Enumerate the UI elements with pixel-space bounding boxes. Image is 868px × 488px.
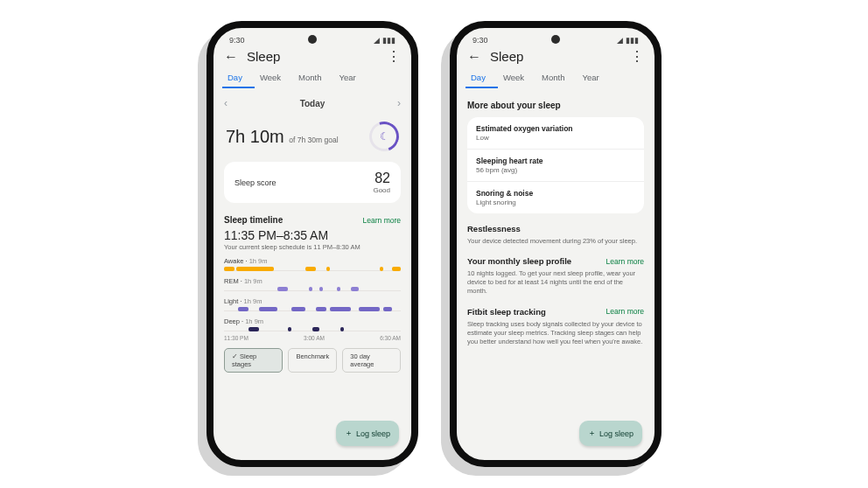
restlessness-title: Restlessness — [467, 224, 521, 234]
log-sleep-button[interactable]: ＋Log sleep — [579, 421, 642, 446]
stage-rem: REM · 1h 9m — [224, 277, 401, 291]
monthly-profile-title: Your monthly sleep profile — [467, 256, 571, 266]
chip-30-day[interactable]: 30 day average — [342, 348, 401, 373]
status-icons: ◢ ▮▮▮ — [617, 36, 639, 45]
learn-more-link[interactable]: Learn more — [606, 257, 644, 266]
log-sleep-button[interactable]: ＋Log sleep — [336, 421, 399, 446]
tab-month[interactable]: Month — [536, 67, 577, 88]
score-tag: Good — [373, 186, 390, 194]
timeline-title: Sleep timeline — [224, 215, 283, 225]
learn-more-link[interactable]: Learn more — [363, 216, 401, 225]
tab-week[interactable]: Week — [498, 67, 536, 88]
status-bar: 9:30 ◢ ▮▮▮ — [214, 28, 411, 47]
tab-week[interactable]: Week — [255, 67, 293, 88]
timeline-xaxis: 11:30 PM 3:00 AM 6:30 AM — [224, 335, 401, 341]
plus-icon: ＋ — [588, 428, 596, 439]
duration-goal: of 7h 30m goal — [289, 136, 338, 144]
tab-day[interactable]: Day — [222, 67, 255, 88]
phone-sleep-day: 9:30 ◢ ▮▮▮ ← Sleep ⋮ Day Week Month Year… — [206, 21, 418, 467]
sleep-duration: 7h 10m of 7h 30m goal — [226, 127, 339, 147]
sleep-time-range: 11:35 PM–8:35 AM — [224, 228, 401, 242]
back-icon[interactable]: ← — [224, 50, 238, 64]
phone-sleep-more: 9:30 ◢ ▮▮▮ ← Sleep ⋮ Day Week Month Year… — [450, 21, 662, 467]
tracking-title: Fitbit sleep tracking — [467, 307, 546, 317]
stage-deep: Deep · 1h 9m — [224, 317, 401, 331]
stage-awake: Awake · 1h 9m — [224, 257, 401, 271]
tracking-body: Sleep tracking uses body signals collect… — [467, 320, 644, 346]
more-icon[interactable]: ⋮ — [630, 50, 644, 64]
metric-oxygen[interactable]: Estimated oxygen variation Low — [467, 117, 644, 150]
score-value: 82 — [373, 171, 390, 186]
camera-cutout — [308, 35, 317, 44]
monthly-profile-body: 10 nights logged. To get your next sleep… — [467, 269, 644, 296]
tab-year[interactable]: Year — [577, 67, 611, 88]
duration-value: 7h 10m — [226, 127, 284, 146]
schedule-note: Your current sleep schedule is 11 PM–8:3… — [224, 243, 401, 251]
metric-snoring[interactable]: Snoring & noise Light snoring — [467, 182, 644, 213]
sleep-metrics-panel: Estimated oxygen variation Low Sleeping … — [467, 117, 644, 213]
chip-sleep-stages[interactable]: ✓ Sleep stages — [224, 348, 283, 373]
restlessness-body: Your device detected movement during 23%… — [467, 237, 644, 246]
page-title: Sleep — [490, 49, 621, 64]
date-range-picker: ‹ Today › — [224, 97, 401, 109]
stage-light: Light · 1h 9m — [224, 297, 401, 311]
app-bar: ← Sleep ⋮ — [214, 47, 411, 67]
status-bar: 9:30 ◢ ▮▮▮ — [457, 28, 654, 47]
sleep-gauge: ☾ — [364, 116, 403, 156]
range-label: Today — [300, 99, 326, 108]
score-label: Sleep score — [234, 178, 276, 187]
more-about-title: More about your sleep — [467, 101, 644, 110]
camera-cutout — [551, 35, 560, 44]
range-tabs: Day Week Month Year — [214, 67, 411, 88]
status-time: 9:30 — [229, 36, 245, 45]
more-icon[interactable]: ⋮ — [387, 50, 401, 64]
status-time: 9:30 — [472, 36, 488, 45]
back-icon[interactable]: ← — [467, 50, 481, 64]
moon-icon: ☾ — [372, 124, 396, 149]
tab-day[interactable]: Day — [466, 67, 498, 88]
tab-year[interactable]: Year — [333, 67, 368, 88]
chip-benchmark[interactable]: Benchmark — [288, 348, 337, 373]
tab-month[interactable]: Month — [293, 67, 333, 88]
learn-more-link[interactable]: Learn more — [606, 307, 644, 316]
metric-heart-rate[interactable]: Sleeping heart rate 56 bpm (avg) — [467, 150, 644, 182]
app-bar: ← Sleep ⋮ — [457, 47, 654, 67]
status-icons: ◢ ▮▮▮ — [374, 36, 396, 45]
chip-row: ✓ Sleep stages Benchmark 30 day average — [224, 348, 401, 373]
chevron-left-icon[interactable]: ‹ — [224, 97, 228, 109]
page-title: Sleep — [247, 49, 378, 64]
range-tabs: Day Week Month Year — [457, 67, 654, 88]
sleep-score-card[interactable]: Sleep score 82 Good — [224, 162, 401, 203]
plus-icon: ＋ — [345, 428, 353, 439]
chevron-right-icon[interactable]: › — [397, 97, 401, 109]
